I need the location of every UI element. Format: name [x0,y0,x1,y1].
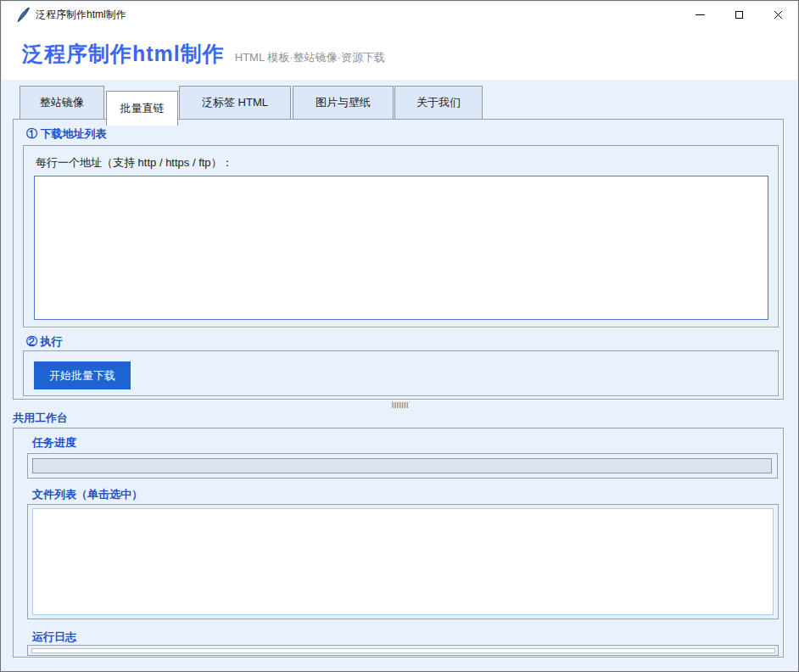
run-log-frame [27,645,779,656]
progress-bar-frame [27,453,778,479]
execute-groupbox: 开始批量下载 [23,350,779,396]
workbench-title: 共用工作台 [13,411,68,426]
app-title: 泛程序制作html制作 [22,27,225,80]
progress-bar [32,458,772,473]
minimize-button[interactable] [680,2,719,27]
run-log-label: 运行日志 [32,630,76,645]
minimize-icon [696,14,705,15]
tab-images-wallpaper[interactable]: 图片与壁纸 [293,86,394,119]
url-list-input[interactable] [34,176,768,320]
tab-about-us[interactable]: 关于我们 [394,86,483,119]
file-listbox-frame [27,504,779,619]
app-subtitle: HTML 模板·整站镜像·资源下载 [235,50,385,65]
app-window: 泛程序制作html制作 泛程序制作html制作 HTML 模板·整站镜像·资源下… [0,0,799,672]
url-hint-label: 每行一个地址（支持 http / https / ftp）： [36,155,233,171]
file-list-label: 文件列表（单击选中） [32,487,142,502]
close-button[interactable] [758,2,797,27]
tab-batch-links[interactable]: 批量直链 [106,91,178,126]
app-header: 泛程序制作html制作 HTML 模板·整站镜像·资源下载 [2,27,797,80]
task-progress-label: 任务进度 [32,435,76,451]
tab-site-mirror[interactable]: 整站镜像 [20,86,104,119]
maximize-icon [735,11,743,19]
window-controls [680,2,797,27]
workbench-frame: 任务进度 文件列表（单击选中） 运行日志 [13,428,784,658]
maximize-button[interactable] [719,2,758,27]
url-list-groupbox: 每行一个地址（支持 http / https / ftp）： [23,145,779,328]
execute-section-label: ② 执行 [26,334,63,350]
file-listbox[interactable] [32,508,774,615]
splitter-sash-grip[interactable] [392,402,408,408]
window-title: 泛程序制作html制作 [36,8,126,22]
close-icon [774,10,783,20]
download-list-section-label: ① 下载地址列表 [26,126,107,142]
tk-feather-icon [16,7,31,23]
tab-pan-tag-html[interactable]: 泛标签 HTML [179,86,291,119]
start-batch-download-button[interactable]: 开始批量下载 [34,361,131,389]
titlebar[interactable]: 泛程序制作html制作 [2,2,797,27]
run-log-output[interactable] [31,648,775,653]
